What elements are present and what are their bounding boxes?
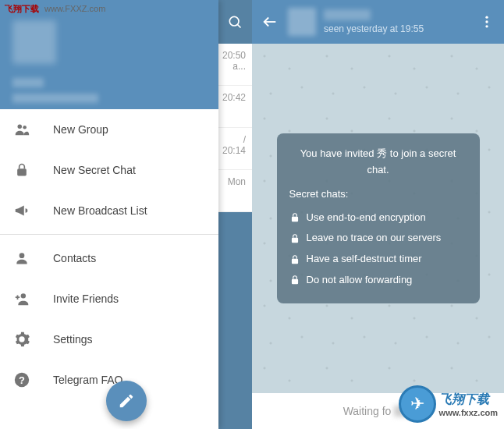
navigation-drawer: New Group New Secret Chat New Broadcast …: [0, 0, 218, 429]
svg-point-2: [18, 125, 23, 129]
menu-new-broadcast[interactable]: New Broadcast List: [0, 190, 218, 231]
chat-header: seen yesterday at 19:55: [252, 0, 504, 44]
chat-list-background: 20:50a... 20:42 / 20:14 Mon: [218, 0, 252, 429]
lock-icon: [12, 161, 31, 179]
chat-title-area[interactable]: seen yesterday at 19:55: [324, 9, 479, 34]
svg-rect-15: [291, 258, 297, 263]
svg-point-0: [229, 16, 239, 26]
person-add-icon: [12, 289, 31, 308]
svg-text:?: ?: [19, 374, 25, 386]
svg-point-10: [485, 16, 488, 19]
drawer-header: [0, 0, 218, 109]
menu-new-group[interactable]: New Group: [0, 109, 218, 150]
search-bar[interactable]: [218, 0, 252, 44]
user-avatar[interactable]: [12, 20, 56, 64]
svg-point-6: [21, 293, 26, 298]
menu-label: New Group: [53, 123, 108, 136]
overflow-menu-button[interactable]: [479, 14, 495, 30]
svg-rect-16: [291, 279, 297, 284]
lock-icon: [289, 212, 300, 223]
svg-line-1: [237, 24, 240, 27]
pencil-icon: [118, 392, 135, 410]
chat-status: seen yesterday at 19:55: [324, 23, 479, 34]
input-placeholder: Waiting fo: [343, 405, 392, 417]
menu-label: Invite Friends: [53, 292, 119, 305]
menu-label: Telegram FAQ: [53, 374, 122, 386]
svg-point-11: [485, 20, 488, 23]
lock-icon: [289, 275, 300, 285]
group-icon: [12, 120, 31, 139]
lock-icon: [289, 254, 300, 265]
search-icon: [227, 14, 243, 30]
feature-item: Have a self-destruct timer: [289, 249, 467, 270]
lock-icon: [289, 233, 300, 244]
compose-fab[interactable]: [106, 381, 147, 421]
menu-invite-friends[interactable]: Invite Friends: [0, 278, 218, 319]
person-icon: [12, 249, 31, 268]
secret-chat-info-card: You have invited 秀 to join a secret chat…: [277, 133, 480, 303]
menu-label: Settings: [53, 333, 93, 346]
chat-contact-name: [324, 9, 371, 20]
user-name: [12, 78, 44, 87]
menu-label: New Secret Chat: [53, 164, 136, 176]
feature-item: Use end-to-end encryption: [289, 207, 467, 229]
feature-item: Leave no trace on our servers: [289, 228, 467, 249]
chat-list-item[interactable]: 20:42: [218, 86, 252, 128]
arrow-left-icon: [261, 13, 279, 30]
right-screenshot: seen yesterday at 19:55 You have invited…: [252, 0, 504, 429]
chat-list-item[interactable]: / 20:14: [218, 128, 252, 170]
watermark-bottom: ✈ 飞翔下载 www.fxxz.com: [399, 385, 498, 423]
svg-point-3: [23, 126, 27, 129]
info-subtitle: Secret chats:: [289, 186, 467, 203]
back-button[interactable]: [261, 13, 279, 30]
svg-point-12: [485, 25, 488, 27]
svg-rect-14: [291, 238, 297, 243]
help-icon: ?: [12, 370, 31, 389]
chat-list-item[interactable]: Mon: [218, 170, 252, 212]
megaphone-icon: [12, 201, 31, 220]
chat-avatar[interactable]: [288, 8, 316, 36]
svg-rect-4: [17, 168, 27, 176]
menu-settings[interactable]: Settings: [0, 319, 218, 360]
svg-point-5: [20, 253, 25, 258]
chat-list-item[interactable]: 20:50a...: [218, 44, 252, 86]
info-intro: You have invited 秀 to join a secret chat…: [289, 146, 467, 179]
menu-label: New Broadcast List: [53, 204, 147, 217]
gear-icon: [12, 330, 31, 349]
menu-contacts[interactable]: Contacts: [0, 238, 218, 278]
more-vertical-icon: [479, 14, 495, 30]
user-phone: [12, 94, 98, 103]
menu-label: Contacts: [53, 252, 96, 264]
menu-new-secret-chat[interactable]: New Secret Chat: [0, 150, 218, 190]
drawer-menu: New Group New Secret Chat New Broadcast …: [0, 109, 218, 429]
left-screenshot: 20:50a... 20:42 / 20:14 Mon New Group Ne…: [0, 0, 252, 429]
menu-divider: [0, 234, 218, 235]
chat-body: You have invited 秀 to join a secret chat…: [252, 44, 504, 393]
watermark-logo-icon: ✈: [399, 385, 436, 423]
svg-rect-13: [291, 217, 297, 222]
watermark-top: 飞翔下载 www.FXXZ.com: [5, 3, 105, 15]
feature-item: Do not allow forwarding: [289, 270, 467, 291]
chat-list: 20:50a... 20:42 / 20:14 Mon: [218, 44, 252, 212]
